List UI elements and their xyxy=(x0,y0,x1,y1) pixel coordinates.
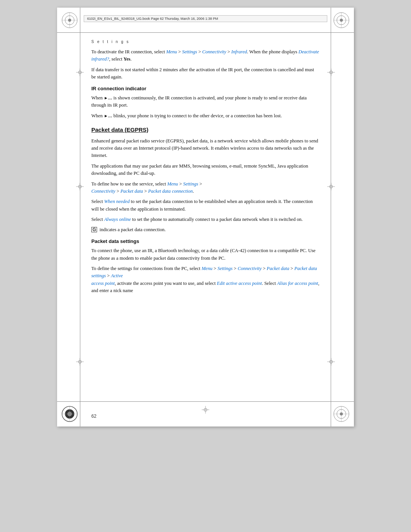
paragraph-ir-blinks: When ►… blinks, your phone is trying to … xyxy=(91,112,320,120)
side-cross-left-top xyxy=(76,69,84,76)
paragraph-g-icon: G indicates a packet data connection. xyxy=(91,226,320,233)
corner-br-decoration xyxy=(332,404,351,423)
paragraph-data-transfer: If data transfer is not started within 2… xyxy=(91,66,320,81)
header-bar: 6102i_EN_ESv1_BIL_9248318_UG.book Page 6… xyxy=(84,15,327,22)
link-connectivity-2: Connectivity xyxy=(91,189,115,194)
link-connectivity-3: Connectivity xyxy=(237,266,261,271)
link-settings-1: Settings xyxy=(182,49,197,54)
side-cross-left-mid xyxy=(76,183,84,190)
g-icon: G xyxy=(91,227,97,232)
side-cross-right-bot xyxy=(327,358,335,366)
packet-data-heading: Packet data (EGPRS) xyxy=(91,126,320,134)
paragraph-when-needed: Select When needed to set the packet dat… xyxy=(91,198,320,213)
link-connectivity-1: Connectivity xyxy=(202,49,226,54)
hline-top xyxy=(57,32,354,33)
side-cross-right-top xyxy=(327,69,335,76)
corner-tl-decoration xyxy=(60,11,79,30)
ir-connection-heading: IR connection indicator xyxy=(91,85,320,93)
link-menu-3: Menu xyxy=(202,266,212,271)
content-area: S e t t i n g s To deactivate the IR con… xyxy=(91,37,320,396)
link-edit-active-access-point: Edit active access point xyxy=(217,281,262,286)
link-infrared: Infrared xyxy=(231,49,247,54)
link-packet-data-connection: Packet data connection xyxy=(148,189,193,194)
paragraph-define-service: To define how to use the service, select… xyxy=(91,181,320,195)
paragraph-define-settings: To define the settings for connections f… xyxy=(91,265,320,295)
corner-tr-decoration xyxy=(332,11,351,30)
side-cross-left-bot xyxy=(76,358,84,366)
text-yes: Yes xyxy=(124,56,131,62)
ir-icon-continuous: ►… xyxy=(104,96,112,100)
settings-label: S e t t i n g s xyxy=(91,39,320,45)
link-when-needed: When needed xyxy=(104,199,130,204)
link-packet-data-1: Packet data xyxy=(120,189,143,194)
header-text: 6102i_EN_ESv1_BIL_9248318_UG.book Page 6… xyxy=(87,17,218,21)
paragraph-deactivate-ir: To deactivate the IR connection, select … xyxy=(91,48,320,63)
link-packet-data-2: Packet data xyxy=(267,266,289,271)
hline-bottom xyxy=(57,401,354,402)
page-number: 62 xyxy=(91,414,96,419)
link-settings-2: Settings xyxy=(183,181,198,187)
corner-bl-decoration xyxy=(60,404,79,423)
bottom-crosshair xyxy=(202,406,209,415)
link-settings-3: Settings xyxy=(217,266,233,271)
paragraph-ir-shown: When ►… is shown continuously, the IR co… xyxy=(91,94,320,109)
paragraph-always-online: Select Always online to set the phone to… xyxy=(91,216,320,223)
link-menu-1: Menu xyxy=(166,49,177,54)
paragraph-egprs-desc: Enhanced general packet radio service (E… xyxy=(91,137,320,160)
paragraph-connect-phone: To connect the phone, use an IR, a Bluet… xyxy=(91,247,320,262)
packet-data-settings-heading: Packet data settings xyxy=(91,238,320,245)
page: 6102i_EN_ESv1_BIL_9248318_UG.book Page 6… xyxy=(57,8,354,427)
link-menu-2: Menu xyxy=(167,181,178,187)
side-cross-right-mid xyxy=(327,183,335,190)
link-always-online: Always online xyxy=(104,217,131,222)
paragraph-applications: The applications that may use packet dat… xyxy=(91,163,320,177)
ir-icon-blink: ►… xyxy=(104,113,112,118)
link-alias-for-access-point: Alias for access point xyxy=(277,281,318,286)
